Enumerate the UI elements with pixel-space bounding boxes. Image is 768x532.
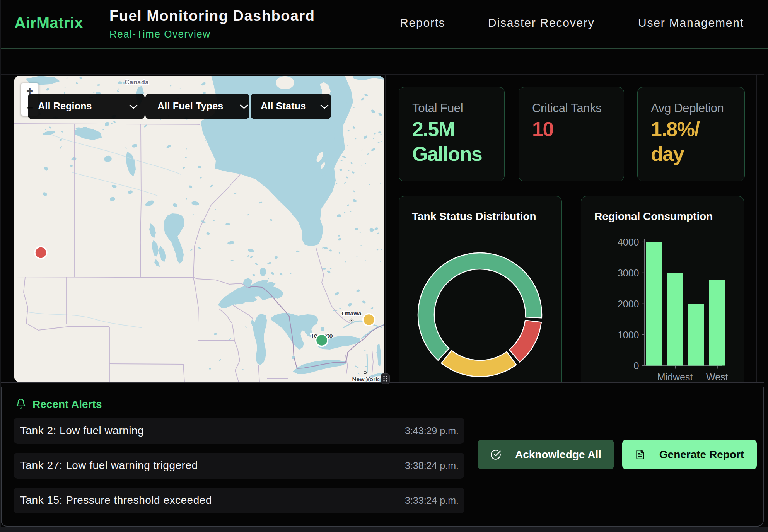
svg-text:West: West: [706, 372, 728, 382]
svg-text:1000: 1000: [618, 329, 639, 340]
svg-text:New York: New York: [352, 376, 379, 382]
svg-text:Midwest: Midwest: [657, 372, 693, 382]
svg-text:4000: 4000: [618, 237, 639, 247]
svg-text:0: 0: [634, 360, 639, 371]
svg-text:Canada: Canada: [125, 79, 149, 85]
svg-text:3000: 3000: [618, 268, 639, 278]
svg-text:Ottawa: Ottawa: [341, 310, 362, 317]
svg-text:2000: 2000: [618, 298, 639, 309]
